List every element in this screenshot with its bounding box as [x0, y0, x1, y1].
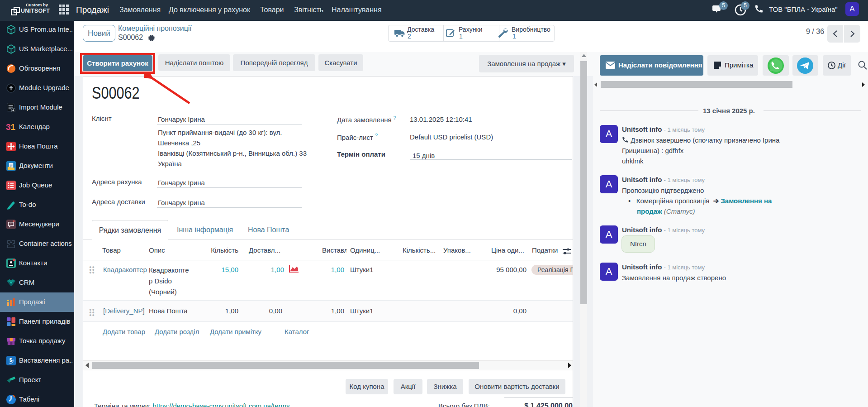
svg-text:$: $ — [9, 357, 12, 363]
